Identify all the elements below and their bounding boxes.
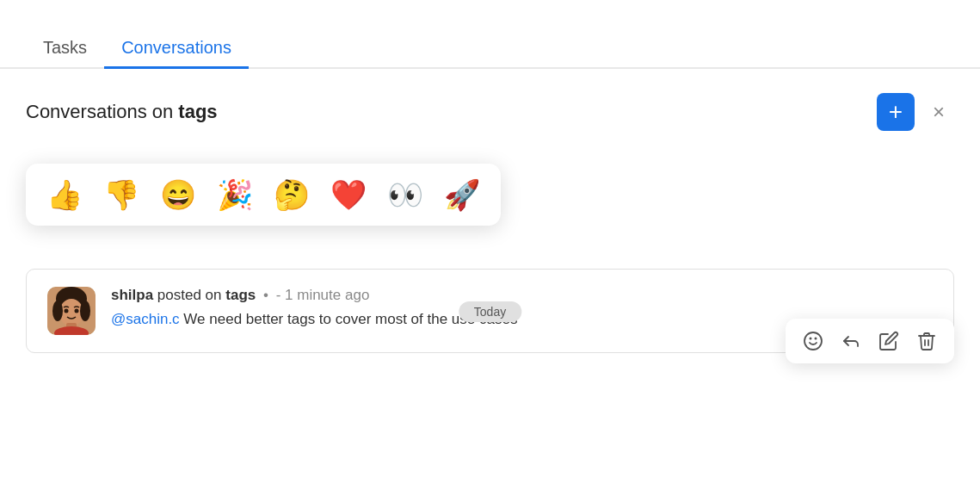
message-time: - 1 minute ago (276, 287, 370, 303)
emoji-heart[interactable]: ❤️ (330, 177, 367, 212)
main-container: Tasks Conversations Conversations on tag… (0, 0, 980, 490)
today-badge: Today (459, 301, 521, 322)
header-actions: + × (877, 93, 954, 131)
delete-action-icon[interactable] (916, 331, 937, 351)
message-actions-popup (786, 319, 954, 363)
message-tag: tags (225, 287, 256, 303)
conversations-title: Conversations on tags (26, 101, 218, 123)
svg-point-10 (65, 309, 69, 313)
emoji-thumbs-down[interactable]: 👎 (103, 177, 139, 212)
avatar-image (47, 287, 96, 335)
message-author: shilpa (111, 287, 153, 303)
add-button[interactable]: + (877, 93, 915, 131)
conversations-header: Conversations on tags + × (26, 93, 954, 131)
reply-action-icon[interactable] (841, 331, 861, 351)
tab-conversations[interactable]: Conversations (104, 29, 249, 69)
react-action-icon[interactable] (803, 331, 823, 351)
emoji-grinning[interactable]: 😄 (160, 177, 196, 212)
edit-action-icon[interactable] (878, 331, 899, 351)
svg-point-5 (59, 299, 83, 326)
tab-tasks[interactable]: Tasks (26, 29, 104, 69)
emoji-rocket[interactable]: 🚀 (444, 177, 480, 212)
avatar (47, 287, 96, 335)
close-button[interactable]: × (923, 96, 954, 127)
emoji-thumbs-up[interactable]: 👍 (46, 177, 83, 212)
svg-point-7 (80, 301, 90, 321)
emoji-reaction-popup: 👍 👎 😄 🎉 🤔 ❤️ 👀 🚀 (26, 164, 501, 226)
svg-point-6 (52, 301, 63, 321)
svg-point-0 (804, 332, 822, 350)
emoji-party[interactable]: 🎉 (217, 177, 253, 212)
mention[interactable]: @sachin.c (111, 311, 180, 327)
content-area: Conversations on tags + × 👍 👎 😄 🎉 🤔 ❤️ 👀… (0, 69, 980, 353)
message-separator: • (263, 287, 273, 303)
emoji-thinking[interactable]: 🤔 (274, 177, 310, 212)
message-action: posted on (157, 287, 225, 303)
svg-point-11 (75, 309, 79, 313)
tabs-bar: Tasks Conversations (0, 0, 980, 69)
emoji-eyes[interactable]: 👀 (387, 177, 423, 212)
message-meta: shilpa posted on tags • - 1 minute ago (111, 287, 933, 304)
